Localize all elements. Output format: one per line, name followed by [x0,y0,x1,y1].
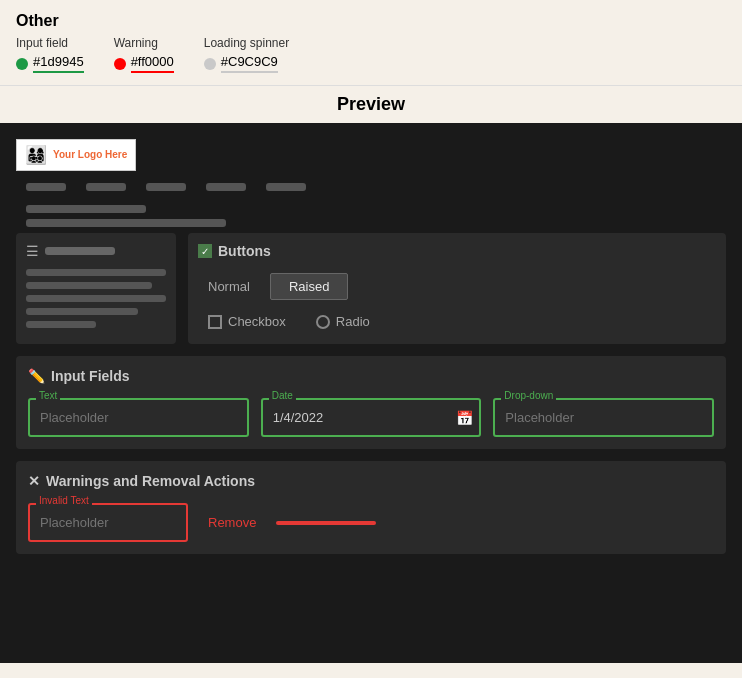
date-field-label: Date [269,390,296,401]
breadcrumb-line2 [26,219,226,227]
checkbox-label: Checkbox [228,314,286,329]
dropdown-field-wrapper: Drop-down [493,398,714,437]
loading-spinner-hex: #C9C9C9 [221,54,278,73]
other-section: Other Input field #1d9945 Warning #ff000… [0,0,742,85]
x-icon: ✕ [28,473,40,489]
checkbox-box[interactable] [208,315,222,329]
calendar-icon: 📅 [456,410,473,426]
loading-spinner-dot [204,58,216,70]
input-fields-header: ✏️ Input Fields [28,368,714,384]
buttons-checked-icon: ✓ [198,244,212,258]
text-field-label: Text [36,390,60,401]
other-title: Other [16,12,726,30]
nav-item-1 [26,183,66,191]
breadcrumb-area [16,205,726,227]
card-line-3 [26,295,166,302]
input-field-color-item: Input field #1d9945 [16,36,84,73]
card-line-1 [26,269,166,276]
buttons-title: Buttons [218,243,271,259]
logo-bar: 👨‍👩‍👧‍👦 Your Logo Here [16,139,726,171]
logo-people-icon: 👨‍👩‍👧‍👦 [25,144,47,166]
dropdown-input[interactable] [493,398,714,437]
buttons-card: ✓ Buttons Normal Raised Checkbox Radio [188,233,726,344]
warnings-title: Warnings and Removal Actions [46,473,255,489]
preview-title: Preview [337,94,405,114]
invalid-field-wrapper: Invalid Text [28,503,188,542]
loading-spinner-color-item: Loading spinner #C9C9C9 [204,36,289,73]
warnings-content: Invalid Text Remove [28,503,714,542]
fields-row: Text Date 📅 Drop-down [28,398,714,437]
nav-item-3 [146,183,186,191]
logo-box: 👨‍👩‍👧‍👦 Your Logo Here [16,139,136,171]
dropdown-field-label: Drop-down [501,390,556,401]
invalid-field-label: Invalid Text [36,495,92,506]
card-line-2 [26,282,152,289]
normal-button[interactable]: Normal [208,279,250,294]
warning-color-item: Warning #ff0000 [114,36,174,73]
date-field-wrapper: Date 📅 [261,398,482,437]
card-title-pill [45,247,115,255]
nav-bar [16,183,726,191]
raised-button[interactable]: Raised [270,273,348,300]
warning-label: Warning [114,36,174,50]
card-list-icon: ☰ [26,243,39,259]
radio-circle[interactable] [316,315,330,329]
preview-area: 👨‍👩‍👧‍👦 Your Logo Here ☰ [0,123,742,663]
radio-label: Radio [336,314,370,329]
button-row: Normal Raised [198,273,716,300]
warning-hex: #ff0000 [131,54,174,73]
warning-dot [114,58,126,70]
date-input[interactable] [261,398,482,437]
warnings-header: ✕ Warnings and Removal Actions [28,473,714,489]
card-line-5 [26,321,96,328]
text-field-wrapper: Text [28,398,249,437]
input-field-label: Input field [16,36,84,50]
checkbox-item: Checkbox [208,314,286,329]
nav-item-4 [206,183,246,191]
pencil-icon: ✏️ [28,368,45,384]
input-fields-title: Input Fields [51,368,130,384]
input-field-hex: #1d9945 [33,54,84,73]
two-col-layout: ☰ ✓ Buttons Normal Raised Checkbox [16,233,726,344]
nav-item-5 [266,183,306,191]
color-row: Input field #1d9945 Warning #ff0000 Load… [16,36,726,73]
checkbox-row: Checkbox Radio [198,314,716,329]
radio-item: Radio [316,314,370,329]
breadcrumb-line1 [26,205,146,213]
input-field-dot [16,58,28,70]
preview-header: Preview [0,85,742,123]
warnings-section: ✕ Warnings and Removal Actions Invalid T… [16,461,726,554]
loading-spinner-label: Loading spinner [204,36,289,50]
card-line-4 [26,308,138,315]
buttons-header: ✓ Buttons [198,243,716,259]
left-card: ☰ [16,233,176,344]
input-fields-card: ✏️ Input Fields Text Date 📅 Drop-down [16,356,726,449]
invalid-input[interactable] [28,503,188,542]
remove-line [276,521,376,525]
logo-text: Your Logo Here [53,149,127,161]
nav-item-2 [86,183,126,191]
text-input[interactable] [28,398,249,437]
remove-button[interactable]: Remove [208,515,256,530]
